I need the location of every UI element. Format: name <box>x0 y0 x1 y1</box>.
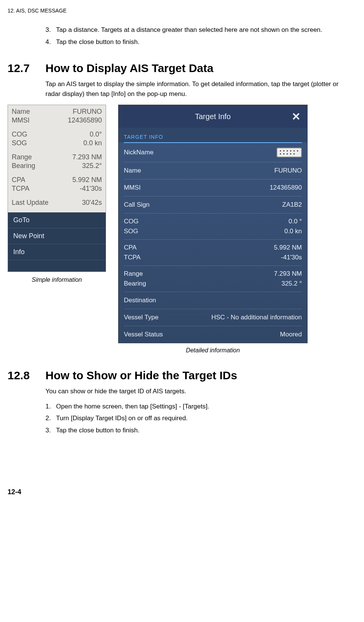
list-item: 3. Tap a distance. Targets at a distance… <box>45 25 341 35</box>
simple-caption: Simple information <box>8 276 106 283</box>
simple-row-mmsi: MMSI124365890 <box>12 116 102 125</box>
section-body: Tap an AIS target to display the simple … <box>45 79 341 99</box>
section-number: 12.8 <box>8 369 45 382</box>
simple-row-sog: SOG0.0 kn <box>12 139 102 148</box>
value: 7.293 NM <box>274 270 302 278</box>
section-heading: 12.8How to Show or Hide the Target IDs <box>8 369 341 382</box>
section-label: TARGET INFO <box>119 128 307 142</box>
panel-title: Target Info <box>195 112 231 121</box>
value: 7.293 NM <box>72 153 102 161</box>
detail-row-nickname[interactable]: NickName ● ● ● ● ● ● ● ● ● ● ● <box>124 142 302 162</box>
list-item: 1. Open the home screen, then tap [Setti… <box>45 402 341 412</box>
value: 5.992 NM <box>72 176 102 184</box>
section-title: How to Show or Hide the Target IDs <box>45 369 237 382</box>
running-header: 12. AIS, DSC MESSAGE <box>8 8 341 14</box>
simple-row-bearing: Bearing325.2° <box>12 162 102 170</box>
list-text: Tap a distance. Targets at a distance gr… <box>56 25 322 35</box>
value: 325.2 ° <box>281 280 302 287</box>
list-item: 4. Tap the close button to finish. <box>45 37 341 47</box>
label: TCPA <box>12 185 30 193</box>
value: 0.0 ° <box>289 218 302 225</box>
value: 124365890 <box>270 184 302 192</box>
value: 325.2° <box>82 162 102 170</box>
detail-row-cog-sog: COG0.0 ° SOG0.0 kn <box>124 213 302 239</box>
target-info-panel: Target Info ✕ TARGET INFO NickName ● ● ●… <box>118 105 308 343</box>
detail-row-range-bearing: Range7.293 NM Bearing325.2 ° <box>124 265 302 292</box>
label: SOG <box>12 139 27 147</box>
label: Range <box>12 153 32 161</box>
simple-info-panel: NameFURUNO MMSI124365890 COG0.0° SOG0.0 … <box>8 105 106 272</box>
section-title: How to Display AIS Target Data <box>45 62 213 74</box>
simple-row-name: NameFURUNO <box>12 107 102 116</box>
detail-row-mmsi: MMSI 124365890 <box>124 179 302 196</box>
value: 5.992 NM <box>274 244 302 251</box>
detailed-caption: Detailed information <box>118 347 308 354</box>
value: 0.0° <box>90 130 102 138</box>
detail-row-cpa-tcpa: CPA5.992 NM TCPA-41'30s <box>124 239 302 265</box>
label: NickName <box>124 149 153 156</box>
value: FURUNO <box>274 167 302 174</box>
menu-item-info[interactable]: Info <box>8 244 106 260</box>
section-heading: 12.7How to Display AIS Target Data <box>8 62 341 75</box>
label: Name <box>124 167 141 174</box>
detail-row-callsign: Call Sign ZA1B2 <box>124 196 302 213</box>
label: Range <box>124 270 143 278</box>
simple-row-range: Range7.293 NM <box>12 153 102 162</box>
menu-item-goto[interactable]: GoTo <box>8 212 106 228</box>
value: -41'30s <box>80 185 102 193</box>
detailed-info-figure: Target Info ✕ TARGET INFO NickName ● ● ●… <box>118 105 308 354</box>
list-number: 3. <box>45 426 56 435</box>
section-number: 12.7 <box>8 62 45 75</box>
list-text: Tap the close button to finish. <box>56 426 139 435</box>
value: 0.0 kn <box>284 228 302 235</box>
list-text: Tap the close button to finish. <box>56 37 139 47</box>
value: -41'30s <box>281 254 302 261</box>
list-number: 4. <box>45 37 56 47</box>
label: Call Sign <box>124 201 150 209</box>
simple-row-cpa: CPA5.992 NM <box>12 176 102 184</box>
label: COG <box>12 130 27 138</box>
value: 124365890 <box>68 116 102 124</box>
label: Vessel Type <box>124 314 158 321</box>
label: Last Update <box>12 199 48 207</box>
label: SOG <box>124 228 138 235</box>
keyboard-icon[interactable]: ● ● ● ● ● ● ● ● ● ● ● <box>277 148 302 157</box>
list-text: Turn [Display Target IDs] on or off as r… <box>56 413 187 423</box>
list-item: 3. Tap the close button to finish. <box>45 426 341 435</box>
label: MMSI <box>124 184 141 192</box>
detail-row-vessel-type: Vessel Type HSC - No additional informat… <box>124 309 302 326</box>
detail-row-vessel-status: Vessel Status Moored <box>124 326 302 343</box>
menu-spacer <box>8 260 106 272</box>
list-number: 3. <box>45 25 56 35</box>
list-number: 2. <box>45 413 56 423</box>
simple-row-cog: COG0.0° <box>12 130 102 139</box>
label: CPA <box>12 176 25 184</box>
value: Moored <box>280 331 302 338</box>
label: Bearing <box>12 162 35 170</box>
page-number: 12-4 <box>8 488 341 496</box>
simple-info-figure: NameFURUNO MMSI124365890 COG0.0° SOG0.0 … <box>8 105 106 283</box>
value: ZA1B2 <box>282 201 302 209</box>
menu-item-new-point[interactable]: New Point <box>8 228 106 244</box>
label: MMSI <box>12 116 30 124</box>
value: 30'42s <box>82 199 102 207</box>
value: HSC - No additional information <box>211 314 302 321</box>
label: Name <box>12 108 30 116</box>
label: TCPA <box>124 254 141 261</box>
label: COG <box>124 218 139 225</box>
simple-popup-menu: GoTo New Point Info <box>8 212 106 272</box>
label: CPA <box>124 244 137 251</box>
label: Bearing <box>124 280 146 287</box>
close-icon[interactable]: ✕ <box>292 110 300 123</box>
detail-row-destination: Destination <box>124 292 302 309</box>
simple-row-tcpa: TCPA-41'30s <box>12 184 102 193</box>
list-text: Open the home screen, then tap [Settings… <box>56 402 209 412</box>
list-item: 2. Turn [Display Target IDs] on or off a… <box>45 413 341 423</box>
label: Vessel Status <box>124 331 163 338</box>
simple-row-last-update: Last Update30'42s <box>12 198 102 207</box>
value: FURUNO <box>73 108 102 116</box>
panel-header: Target Info ✕ <box>119 105 307 128</box>
value: 0.0 kn <box>83 139 102 147</box>
section-body: You can show or hide the target ID of AI… <box>45 386 341 396</box>
detail-row-name: Name FURUNO <box>124 162 302 179</box>
